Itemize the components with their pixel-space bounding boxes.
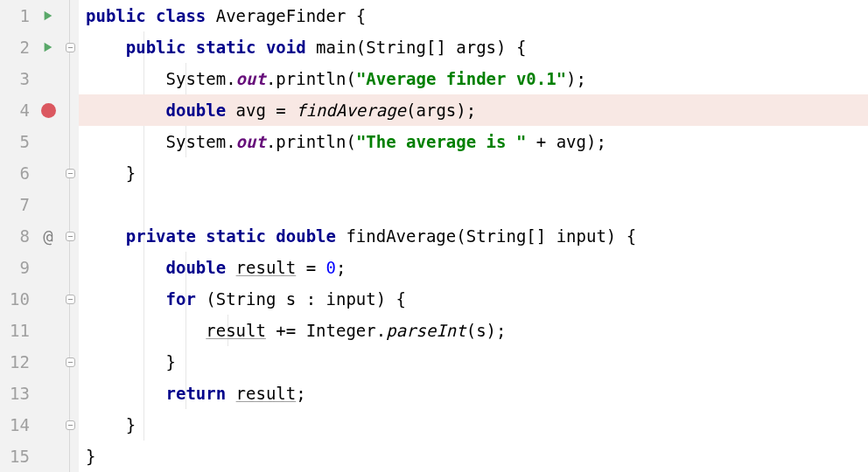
line-number[interactable]: 2 [0,31,30,63]
line-number[interactable]: 13 [0,378,30,409]
gutter-icons-column: @ [35,0,61,472]
line-number[interactable]: 6 [0,157,30,189]
code-line[interactable]: private static double findAverage(String… [86,220,868,252]
code-line[interactable]: return result; [86,378,868,409]
line-number[interactable]: 4 [0,94,30,126]
code-line[interactable]: public class AverageFinder { [86,0,868,31]
line-number[interactable]: 10 [0,283,30,315]
code-line[interactable]: } [86,157,868,189]
fold-toggle-icon[interactable] [66,295,75,304]
svg-marker-1 [45,43,52,52]
code-line[interactable]: } [86,441,868,472]
line-numbers-column: 1 2 3 4 5 6 7 8 9 10 11 12 13 14 15 [0,0,35,472]
svg-marker-0 [45,11,52,21]
code-line-breakpoint[interactable]: double avg = findAverage(args); [86,94,868,126]
line-number[interactable]: 1 [0,0,30,31]
code-line[interactable]: for (String s : input) { [86,283,868,315]
line-number[interactable]: 7 [0,189,30,220]
code-line[interactable]: double result = 0; [86,252,868,283]
code-line[interactable]: public static void main(String[] args) { [86,31,868,63]
fold-toggle-icon[interactable] [66,169,75,178]
line-number[interactable]: 11 [0,315,30,346]
fold-toggle-icon[interactable] [66,43,75,52]
code-line[interactable]: } [86,409,868,441]
line-number[interactable]: 5 [0,126,30,157]
line-number[interactable]: 14 [0,409,30,441]
run-configuration-icon[interactable] [42,10,54,22]
breakpoint-icon[interactable] [41,103,56,118]
line-number[interactable]: 9 [0,252,30,283]
fold-toggle-icon[interactable] [66,357,75,367]
line-number[interactable]: 8 [0,220,30,252]
run-configuration-icon[interactable] [42,41,54,53]
line-number[interactable]: 15 [0,441,30,472]
code-line[interactable]: result += Integer.parseInt(s); [86,315,868,346]
gutter: 1 2 3 4 5 6 7 8 9 10 11 12 13 14 15 [0,0,79,472]
code-line[interactable]: System.out.println("Average finder v0.1"… [86,63,868,94]
fold-toggle-icon[interactable] [66,420,75,430]
line-number[interactable]: 3 [0,63,30,94]
code-area[interactable]: public class AverageFinder { public stat… [79,0,868,472]
fold-column [61,0,79,472]
code-line[interactable] [86,189,868,220]
override-icon[interactable]: @ [43,228,52,245]
code-line[interactable]: System.out.println("The average is " + a… [86,126,868,157]
line-number[interactable]: 12 [0,346,30,378]
code-line[interactable]: } [86,346,868,378]
fold-toggle-icon[interactable] [66,232,75,241]
